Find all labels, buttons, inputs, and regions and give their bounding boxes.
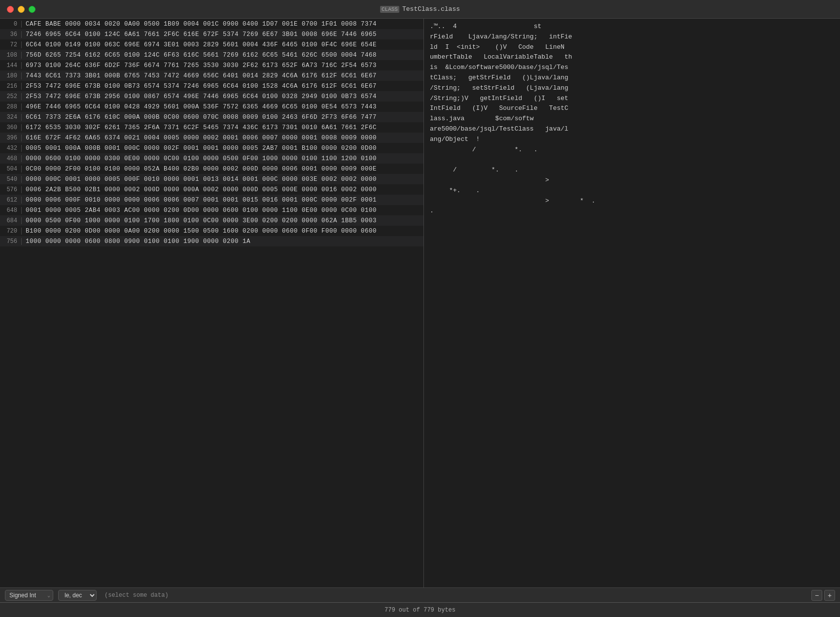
hex-row[interactable]: 1807443 6C61 7373 3B01 000B 6765 7453 74… — [0, 70, 423, 81]
hex-row[interactable]: 4320005 0001 000A 000B 0001 000C 0000 00… — [0, 143, 423, 153]
row-data[interactable]: 0006 2A2B B500 02B1 0000 0002 000D 0000 … — [22, 186, 423, 193]
hex-row[interactable]: 5760006 2A2B B500 02B1 0000 0002 000D 00… — [0, 184, 423, 195]
hex-row[interactable]: 5400000 000C 0001 0000 0005 000F 0010 00… — [0, 174, 423, 184]
select-hint: (select some data) — [105, 592, 169, 599]
hex-row[interactable]: 6480001 0000 0005 2AB4 0003 AC00 0000 02… — [0, 205, 423, 215]
row-offset: 288 — [0, 103, 22, 110]
hex-row[interactable]: 3246C61 7373 2E6A 6176 610C 000A 000B 0C… — [0, 112, 423, 122]
hex-row[interactable]: 396616E 672F 4F62 6A65 6374 0021 0004 00… — [0, 133, 423, 143]
row-offset: 36 — [0, 31, 22, 38]
row-offset: 72 — [0, 41, 22, 48]
hex-row[interactable]: 2162F53 7472 696E 673B 0100 0B73 6574 53… — [0, 81, 423, 91]
row-offset: 108 — [0, 52, 22, 59]
hex-row[interactable]: 367246 6965 6C64 0100 124C 6A61 7661 2F6… — [0, 29, 423, 39]
row-data[interactable]: 0000 0600 0100 0000 0300 0E00 0000 0C00 … — [22, 155, 423, 162]
hex-row[interactable]: 6120000 0006 000F 0010 0000 0000 0006 00… — [0, 195, 423, 205]
row-offset: 540 — [0, 176, 22, 183]
row-data[interactable]: 756D 6265 7254 6162 6C65 0100 124C 6F63 … — [22, 52, 423, 59]
row-data[interactable]: 616E 672F 4F62 6A65 6374 0021 0004 0005 … — [22, 135, 423, 141]
row-offset: 432 — [0, 145, 22, 152]
hex-row[interactable]: 2522F53 7472 696E 673B 2956 0100 0867 65… — [0, 91, 423, 102]
row-data[interactable]: 0C00 0000 2F00 0100 0100 0000 052A B400 … — [22, 166, 423, 172]
main-content: 0CAFE BABE 0000 0034 0020 0A00 0500 1B09… — [0, 19, 840, 587]
row-offset: 684 — [0, 217, 22, 224]
row-offset: 468 — [0, 155, 22, 162]
maximize-button[interactable] — [29, 6, 35, 13]
row-offset: 216 — [0, 83, 22, 90]
row-offset: 720 — [0, 228, 22, 235]
hex-row[interactable]: 726C64 0100 0149 0100 063C 696E 6974 3E0… — [0, 39, 423, 50]
row-offset: 576 — [0, 186, 22, 193]
hex-panel: 0CAFE BABE 0000 0034 0020 0A00 0500 1B09… — [0, 19, 424, 587]
row-offset: 324 — [0, 114, 22, 121]
row-offset: 648 — [0, 207, 22, 214]
row-data[interactable]: 0001 0000 0005 2AB4 0003 AC00 0000 0200 … — [22, 207, 423, 214]
row-offset: 396 — [0, 135, 22, 141]
row-offset: 756 — [0, 238, 22, 245]
signed-int-wrapper[interactable]: Signed Int Unsigned Int Float — [5, 590, 53, 601]
row-data[interactable]: 1000 0000 0000 0600 0800 0900 0100 0100 … — [22, 238, 423, 245]
hex-row[interactable]: 6840000 0500 0F00 1000 0000 0100 1700 18… — [0, 215, 423, 226]
hex-row[interactable]: 3606172 6535 3030 302F 6261 7365 2F6A 73… — [0, 122, 423, 133]
bottom-status-bar: 779 out of 779 bytes — [0, 602, 840, 617]
row-data[interactable]: 0000 0500 0F00 1000 0000 0100 1700 1800 … — [22, 217, 423, 224]
hex-row[interactable]: 7561000 0000 0000 0600 0800 0900 0100 01… — [0, 236, 423, 246]
text-panel: .™.. 4 st rField Ljava/lang/String; intF… — [424, 19, 840, 587]
row-offset: 252 — [0, 93, 22, 100]
minimize-button[interactable] — [18, 6, 25, 13]
row-data[interactable]: 496E 7446 6965 6C64 0100 0428 4929 5601 … — [22, 103, 423, 110]
window-title: CLASS TestClass.class — [380, 5, 460, 13]
traffic-lights — [7, 6, 35, 13]
file-name: TestClass.class — [402, 5, 460, 13]
row-data[interactable]: 2F53 7472 696E 673B 0100 0B73 6574 5374 … — [22, 83, 423, 90]
row-offset: 180 — [0, 72, 22, 79]
row-data[interactable]: 2F53 7472 696E 673B 2956 0100 0867 6574 … — [22, 93, 423, 100]
title-bar: CLASS TestClass.class — [0, 0, 840, 19]
hex-row[interactable]: 4680000 0600 0100 0000 0300 0E00 0000 0C… — [0, 153, 423, 164]
file-type-icon: CLASS — [380, 6, 399, 13]
row-data[interactable]: B100 0000 0200 0D00 0000 0A00 0200 0000 … — [22, 228, 423, 235]
row-offset: 360 — [0, 124, 22, 131]
row-data[interactable]: 6C64 0100 0149 0100 063C 696E 6974 3E01 … — [22, 41, 423, 48]
row-data[interactable]: 0005 0001 000A 000B 0001 000C 0000 002F … — [22, 145, 423, 152]
row-data[interactable]: 6973 0100 264C 636F 6D2F 736F 6674 7761 … — [22, 62, 423, 69]
close-button[interactable] — [7, 6, 14, 13]
row-offset: 612 — [0, 197, 22, 204]
row-data[interactable]: 7443 6C61 7373 3B01 000B 6765 7453 7472 … — [22, 72, 423, 79]
hex-row[interactable]: 108756D 6265 7254 6162 6C65 0100 124C 6F… — [0, 50, 423, 60]
byte-count: 779 out of 779 bytes — [385, 607, 455, 614]
signed-int-select[interactable]: Signed Int Unsigned Int Float — [5, 590, 53, 601]
row-data[interactable]: 0000 000C 0001 0000 0005 000F 0010 0000 … — [22, 176, 423, 183]
row-data[interactable]: 6172 6535 3030 302F 6261 7365 2F6A 7371 … — [22, 124, 423, 131]
row-offset: 0 — [0, 21, 22, 28]
hex-row[interactable]: 720B100 0000 0200 0D00 0000 0A00 0200 00… — [0, 226, 423, 236]
hex-row[interactable]: 5040C00 0000 2F00 0100 0100 0000 052A B4… — [0, 164, 423, 174]
endian-select[interactable]: le, dec be, dec le, hex — [58, 590, 97, 601]
row-data[interactable]: 0000 0006 000F 0010 0000 0000 0006 0006 … — [22, 197, 423, 204]
row-data[interactable]: 7246 6965 6C64 0100 124C 6A61 7661 2F6C … — [22, 31, 423, 38]
row-offset: 504 — [0, 166, 22, 172]
hex-content[interactable]: 0CAFE BABE 0000 0034 0020 0A00 0500 1B09… — [0, 19, 423, 587]
row-data[interactable]: CAFE BABE 0000 0034 0020 0A00 0500 1B09 … — [22, 21, 423, 28]
row-offset: 144 — [0, 62, 22, 69]
zoom-out-button[interactable]: − — [811, 590, 822, 601]
row-data[interactable]: 6C61 7373 2E6A 6176 610C 000A 000B 0C00 … — [22, 114, 423, 121]
status-bar: Signed Int Unsigned Int Float le, dec be… — [0, 587, 840, 602]
zoom-in-button[interactable]: + — [824, 590, 835, 601]
hex-row[interactable]: 1446973 0100 264C 636F 6D2F 736F 6674 77… — [0, 60, 423, 70]
hex-row[interactable]: 288496E 7446 6965 6C64 0100 0428 4929 56… — [0, 102, 423, 112]
hex-row[interactable]: 0CAFE BABE 0000 0034 0020 0A00 0500 1B09… — [0, 19, 423, 29]
zoom-controls: − + — [811, 590, 835, 601]
